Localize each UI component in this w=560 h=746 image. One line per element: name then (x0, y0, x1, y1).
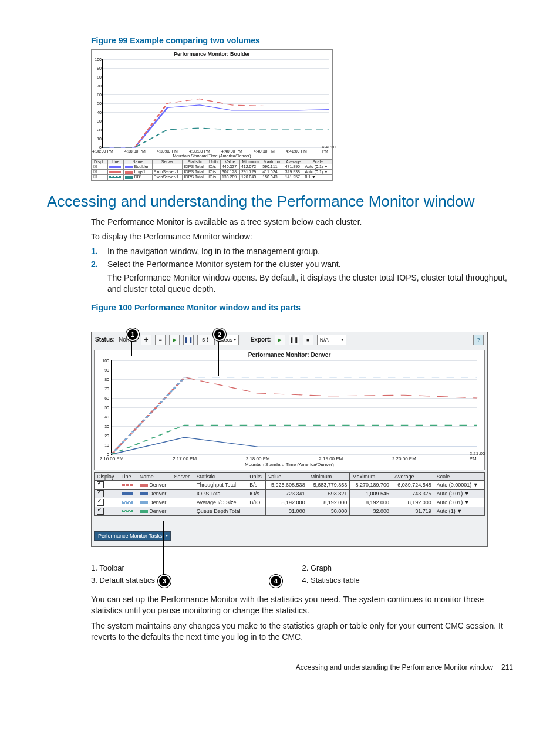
callout-2: 2 (213, 328, 226, 341)
export-pause-button[interactable]: ❚❚ (289, 335, 299, 345)
legend-item: 2. Graph (302, 563, 514, 572)
figure-100-caption: Figure 100 Performance Monitor window an… (91, 302, 513, 314)
figure-99-table: Displ..LineNameServerStatisticUnitsValue… (92, 159, 332, 180)
statistics-table: DisplayLineNameServerStatisticUnitsValue… (94, 472, 485, 516)
figure-99-caption: Figure 99 Example comparing two volumes (91, 35, 513, 47)
legend-item: 4. Statistics table (302, 576, 514, 585)
list-item: In the navigation window, log in to the … (107, 247, 513, 256)
page-number: 211 (501, 663, 513, 671)
toolbar: Status: Normal ✚ ≡ ▶ ❚❚ 5⭥ secs Export: … (92, 332, 487, 347)
export-play-button[interactable]: ▶ (275, 335, 285, 345)
callout-line (275, 507, 275, 575)
callout-4: 4 (269, 575, 282, 588)
add-counter-button[interactable]: ✚ (141, 335, 151, 345)
chart-panel: Performance Monitor: Denver 010203040506… (94, 350, 485, 470)
export-stop-button[interactable]: ■ (303, 335, 313, 345)
callout-3: 3 (158, 575, 171, 588)
body-paragraph: You can set up the Performance Monitor w… (91, 594, 513, 617)
callout-line (131, 340, 132, 356)
x-axis-title: Mountain Standard Time (America/Denver) (95, 462, 484, 467)
export-label: Export: (251, 336, 271, 343)
play-button[interactable]: ▶ (169, 335, 180, 345)
callout-line (163, 521, 164, 575)
section-heading: Accessing and understanding the Performa… (47, 193, 513, 211)
perf-monitor-tasks-button[interactable]: Performance Monitor Tasks (94, 531, 171, 541)
perf-monitor-window: Status: Normal ✚ ≡ ▶ ❚❚ 5⭥ secs Export: … (91, 332, 488, 547)
status-label: Status: (95, 336, 115, 343)
callout-1: 1 (126, 328, 139, 341)
interval-spinner[interactable]: 5⭥ (197, 335, 215, 345)
pause-button[interactable]: ❚❚ (183, 335, 194, 345)
body-paragraph: The Performance Monitor is available as … (91, 217, 513, 228)
list-item: Select the Performance Monitor system fo… (107, 259, 513, 269)
list-number: 1. (91, 247, 107, 256)
chart-title: Performance Monitor: Denver (95, 352, 484, 358)
x-axis-title: Mountain Standard Time (America/Denver) (92, 154, 332, 158)
callout-line (218, 340, 219, 376)
body-paragraph: To display the Performance Monitor windo… (91, 231, 513, 243)
export-dest-dropdown[interactable]: N/A (317, 335, 346, 345)
list-item-detail: The Performance Monitor window opens. By… (107, 272, 513, 295)
legend-item: 1. Toolbar (91, 563, 302, 572)
body-paragraph: The system maintains any changes you mak… (91, 620, 513, 643)
list-number: 2. (91, 259, 107, 299)
help-button[interactable]: ? (473, 335, 484, 345)
footer-title: Accessing and understanding the Performa… (296, 663, 493, 671)
figure-99-chart: Performance Monitor: Boulder 01020304050… (91, 49, 333, 181)
list-button[interactable]: ≡ (155, 335, 166, 345)
chart-title: Performance Monitor: Boulder (92, 50, 332, 57)
